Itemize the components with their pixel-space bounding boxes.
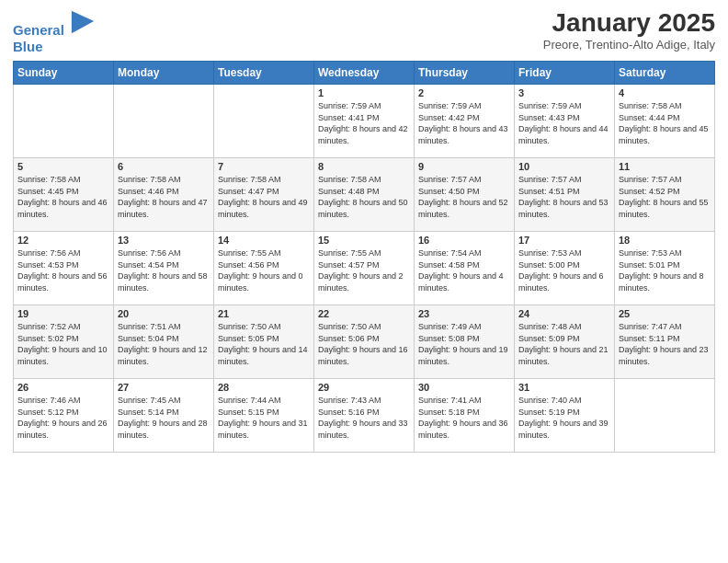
day-info: Sunrise: 7:55 AM Sunset: 4:56 PM Dayligh… bbox=[218, 247, 310, 293]
svg-marker-0 bbox=[72, 11, 94, 33]
day-number: 18 bbox=[619, 235, 711, 246]
weekday-header-thursday: Thursday bbox=[415, 62, 515, 85]
calendar-cell: 30Sunrise: 7:41 AM Sunset: 5:18 PM Dayli… bbox=[415, 379, 515, 453]
calendar-cell: 11Sunrise: 7:57 AM Sunset: 4:52 PM Dayli… bbox=[615, 158, 715, 232]
day-info: Sunrise: 7:54 AM Sunset: 4:58 PM Dayligh… bbox=[418, 247, 510, 293]
day-number: 27 bbox=[118, 382, 210, 393]
day-info: Sunrise: 7:59 AM Sunset: 4:41 PM Dayligh… bbox=[318, 100, 410, 146]
day-info: Sunrise: 7:57 AM Sunset: 4:51 PM Dayligh… bbox=[518, 174, 610, 220]
calendar-cell: 27Sunrise: 7:45 AM Sunset: 5:14 PM Dayli… bbox=[114, 379, 214, 453]
day-number: 28 bbox=[218, 382, 310, 393]
day-number: 17 bbox=[518, 235, 610, 246]
calendar-cell: 21Sunrise: 7:50 AM Sunset: 5:05 PM Dayli… bbox=[214, 305, 314, 379]
calendar-cell: 15Sunrise: 7:55 AM Sunset: 4:57 PM Dayli… bbox=[314, 232, 415, 305]
calendar-cell: 16Sunrise: 7:54 AM Sunset: 4:58 PM Dayli… bbox=[415, 232, 515, 305]
day-number: 12 bbox=[17, 235, 109, 246]
day-info: Sunrise: 7:51 AM Sunset: 5:04 PM Dayligh… bbox=[118, 321, 210, 367]
calendar-cell: 19Sunrise: 7:52 AM Sunset: 5:02 PM Dayli… bbox=[14, 305, 114, 379]
day-number: 10 bbox=[518, 161, 610, 172]
calendar-cell: 3Sunrise: 7:59 AM Sunset: 4:43 PM Daylig… bbox=[515, 85, 615, 158]
day-info: Sunrise: 7:47 AM Sunset: 5:11 PM Dayligh… bbox=[619, 321, 711, 367]
calendar-week-1: 1Sunrise: 7:59 AM Sunset: 4:41 PM Daylig… bbox=[14, 85, 715, 158]
day-info: Sunrise: 7:52 AM Sunset: 5:02 PM Dayligh… bbox=[17, 321, 109, 367]
day-number: 24 bbox=[518, 308, 610, 319]
weekday-header-saturday: Saturday bbox=[615, 62, 715, 85]
calendar-cell bbox=[114, 85, 214, 158]
calendar-week-3: 12Sunrise: 7:56 AM Sunset: 4:53 PM Dayli… bbox=[14, 232, 715, 305]
page-header: General Blue January 2025 Preore, Trenti… bbox=[13, 9, 715, 55]
day-number: 8 bbox=[318, 161, 410, 172]
calendar-cell: 23Sunrise: 7:49 AM Sunset: 5:08 PM Dayli… bbox=[415, 305, 515, 379]
logo-blue: Blue bbox=[13, 39, 96, 55]
day-number: 21 bbox=[218, 308, 310, 319]
calendar-cell: 14Sunrise: 7:55 AM Sunset: 4:56 PM Dayli… bbox=[214, 232, 314, 305]
day-info: Sunrise: 7:46 AM Sunset: 5:12 PM Dayligh… bbox=[17, 395, 109, 441]
weekday-header-friday: Friday bbox=[515, 62, 615, 85]
day-number: 30 bbox=[418, 382, 510, 393]
day-number: 3 bbox=[518, 87, 610, 98]
day-info: Sunrise: 7:43 AM Sunset: 5:16 PM Dayligh… bbox=[318, 395, 410, 441]
day-number: 31 bbox=[518, 382, 610, 393]
day-info: Sunrise: 7:45 AM Sunset: 5:14 PM Dayligh… bbox=[118, 395, 210, 441]
calendar-cell: 7Sunrise: 7:58 AM Sunset: 4:47 PM Daylig… bbox=[214, 158, 314, 232]
day-number: 15 bbox=[318, 235, 410, 246]
day-number: 5 bbox=[17, 161, 109, 172]
day-number: 23 bbox=[418, 308, 510, 319]
day-number: 1 bbox=[318, 87, 410, 98]
logo-icon bbox=[70, 9, 96, 35]
day-info: Sunrise: 7:44 AM Sunset: 5:15 PM Dayligh… bbox=[218, 395, 310, 441]
calendar-cell bbox=[214, 85, 314, 158]
weekday-header-monday: Monday bbox=[114, 62, 214, 85]
day-number: 13 bbox=[118, 235, 210, 246]
day-info: Sunrise: 7:40 AM Sunset: 5:19 PM Dayligh… bbox=[518, 395, 610, 441]
calendar-cell: 31Sunrise: 7:40 AM Sunset: 5:19 PM Dayli… bbox=[515, 379, 615, 453]
weekday-header-wednesday: Wednesday bbox=[314, 62, 415, 85]
logo: General Blue bbox=[13, 9, 96, 55]
day-info: Sunrise: 7:53 AM Sunset: 5:01 PM Dayligh… bbox=[619, 247, 711, 293]
calendar-cell: 26Sunrise: 7:46 AM Sunset: 5:12 PM Dayli… bbox=[14, 379, 114, 453]
day-info: Sunrise: 7:58 AM Sunset: 4:48 PM Dayligh… bbox=[318, 174, 410, 220]
day-number: 9 bbox=[418, 161, 510, 172]
location-subtitle: Preore, Trentino-Alto Adige, Italy bbox=[543, 38, 715, 52]
day-info: Sunrise: 7:41 AM Sunset: 5:18 PM Dayligh… bbox=[418, 395, 510, 441]
calendar-week-2: 5Sunrise: 7:58 AM Sunset: 4:45 PM Daylig… bbox=[14, 158, 715, 232]
calendar-cell: 1Sunrise: 7:59 AM Sunset: 4:41 PM Daylig… bbox=[314, 85, 415, 158]
day-number: 11 bbox=[619, 161, 711, 172]
day-info: Sunrise: 7:58 AM Sunset: 4:45 PM Dayligh… bbox=[17, 174, 109, 220]
day-info: Sunrise: 7:50 AM Sunset: 5:06 PM Dayligh… bbox=[318, 321, 410, 367]
day-number: 7 bbox=[218, 161, 310, 172]
day-info: Sunrise: 7:58 AM Sunset: 4:47 PM Dayligh… bbox=[218, 174, 310, 220]
calendar-cell: 13Sunrise: 7:56 AM Sunset: 4:54 PM Dayli… bbox=[114, 232, 214, 305]
calendar-cell: 29Sunrise: 7:43 AM Sunset: 5:16 PM Dayli… bbox=[314, 379, 415, 453]
day-number: 4 bbox=[619, 87, 711, 98]
calendar-table: SundayMondayTuesdayWednesdayThursdayFrid… bbox=[13, 61, 715, 453]
day-number: 25 bbox=[619, 308, 711, 319]
day-number: 22 bbox=[318, 308, 410, 319]
day-info: Sunrise: 7:53 AM Sunset: 5:00 PM Dayligh… bbox=[518, 247, 610, 293]
day-info: Sunrise: 7:57 AM Sunset: 4:52 PM Dayligh… bbox=[619, 174, 711, 220]
day-number: 20 bbox=[118, 308, 210, 319]
day-number: 16 bbox=[418, 235, 510, 246]
calendar-cell: 4Sunrise: 7:58 AM Sunset: 4:44 PM Daylig… bbox=[615, 85, 715, 158]
day-number: 2 bbox=[418, 87, 510, 98]
day-number: 29 bbox=[318, 382, 410, 393]
calendar-header-row: SundayMondayTuesdayWednesdayThursdayFrid… bbox=[14, 62, 715, 85]
calendar-cell: 24Sunrise: 7:48 AM Sunset: 5:09 PM Dayli… bbox=[515, 305, 615, 379]
calendar-cell bbox=[615, 379, 715, 453]
day-number: 6 bbox=[118, 161, 210, 172]
calendar-cell: 12Sunrise: 7:56 AM Sunset: 4:53 PM Dayli… bbox=[14, 232, 114, 305]
calendar-week-4: 19Sunrise: 7:52 AM Sunset: 5:02 PM Dayli… bbox=[14, 305, 715, 379]
day-number: 14 bbox=[218, 235, 310, 246]
page-container: General Blue January 2025 Preore, Trenti… bbox=[0, 0, 728, 460]
title-block: January 2025 Preore, Trentino-Alto Adige… bbox=[543, 9, 715, 52]
month-title: January 2025 bbox=[543, 9, 715, 38]
calendar-week-5: 26Sunrise: 7:46 AM Sunset: 5:12 PM Dayli… bbox=[14, 379, 715, 453]
calendar-cell: 9Sunrise: 7:57 AM Sunset: 4:50 PM Daylig… bbox=[415, 158, 515, 232]
calendar-cell: 2Sunrise: 7:59 AM Sunset: 4:42 PM Daylig… bbox=[415, 85, 515, 158]
calendar-cell: 5Sunrise: 7:58 AM Sunset: 4:45 PM Daylig… bbox=[14, 158, 114, 232]
calendar-cell: 6Sunrise: 7:58 AM Sunset: 4:46 PM Daylig… bbox=[114, 158, 214, 232]
day-info: Sunrise: 7:56 AM Sunset: 4:54 PM Dayligh… bbox=[118, 247, 210, 293]
calendar-cell: 22Sunrise: 7:50 AM Sunset: 5:06 PM Dayli… bbox=[314, 305, 415, 379]
weekday-header-sunday: Sunday bbox=[14, 62, 114, 85]
day-info: Sunrise: 7:55 AM Sunset: 4:57 PM Dayligh… bbox=[318, 247, 410, 293]
